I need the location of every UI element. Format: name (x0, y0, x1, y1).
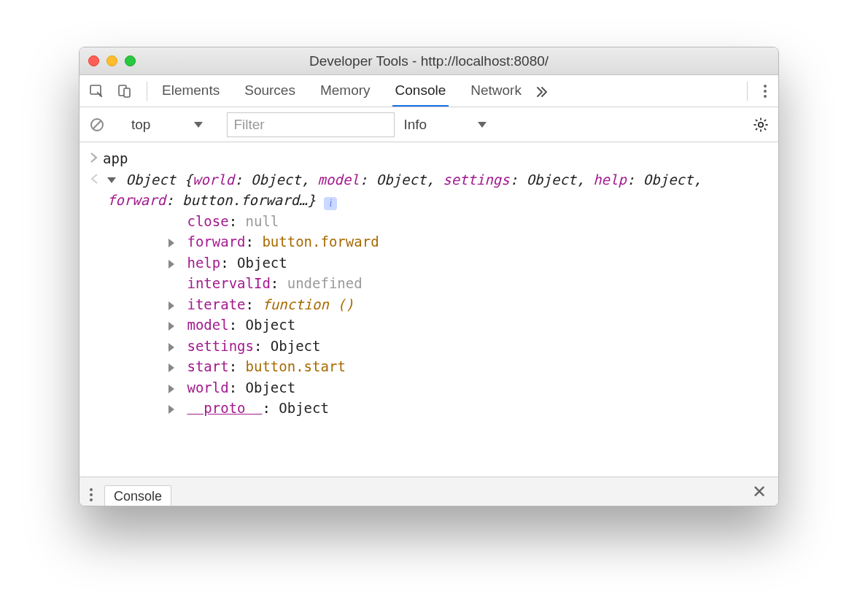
svg-line-10 (756, 120, 757, 121)
object-property: close: null (168, 211, 772, 232)
log-level-select[interactable]: Info (403, 117, 487, 133)
log-level-label: Info (403, 117, 427, 133)
expand-toggle-icon[interactable] (168, 398, 179, 419)
expand-toggle-icon[interactable] (168, 356, 179, 377)
object-summary-text: Object {world: Object, model: Object, se… (107, 171, 702, 209)
svg-line-12 (756, 128, 757, 129)
object-property[interactable]: proto : Object (168, 398, 772, 419)
object-property[interactable]: help: Object (168, 252, 772, 274)
titlebar: Developer Tools - http://localhost:8080/ (80, 47, 778, 75)
tab-network[interactable]: Network (468, 75, 524, 107)
window-title: Developer Tools - http://localhost:8080/ (80, 53, 778, 69)
traffic-lights (88, 55, 136, 66)
clear-console-icon[interactable] (87, 115, 107, 135)
separator (147, 82, 147, 101)
expand-toggle-icon[interactable] (168, 336, 179, 357)
object-property[interactable]: start: button.start (168, 356, 772, 377)
inspect-element-icon[interactable] (87, 81, 107, 101)
chevron-left-icon (90, 174, 98, 184)
svg-line-4 (93, 120, 101, 128)
console-toolbar: top Info (80, 107, 778, 142)
console-settings-icon[interactable] (751, 115, 771, 135)
more-tabs-icon[interactable] (532, 81, 552, 101)
object-property: intervalId: undefined (168, 273, 772, 294)
chevron-down-icon (194, 122, 203, 128)
expand-toggle-icon[interactable] (168, 294, 179, 315)
object-property[interactable]: iterate: function () (168, 294, 772, 315)
tabs-bar: ElementsSourcesMemoryConsoleNetwork (80, 75, 778, 107)
tab-console[interactable]: Console (392, 75, 449, 107)
svg-rect-2 (124, 88, 130, 97)
filter-input[interactable] (227, 112, 395, 137)
console-body: app Object {world: Object, model: Object… (80, 142, 778, 477)
zoom-window-button[interactable] (125, 55, 136, 66)
svg-line-11 (764, 128, 766, 129)
execution-context-label: top (131, 117, 150, 133)
expand-toggle-icon[interactable] (168, 315, 179, 336)
object-property[interactable]: forward: button.forward (168, 231, 772, 252)
object-property[interactable]: world: Object (168, 377, 772, 398)
object-property[interactable]: model: Object (168, 315, 772, 336)
tab-elements[interactable]: Elements (159, 75, 222, 107)
expand-toggle-icon[interactable] (168, 231, 179, 252)
svg-point-5 (759, 122, 763, 126)
panel-tabs: ElementsSourcesMemoryConsoleNetwork (159, 75, 524, 107)
chevron-down-icon (478, 122, 487, 128)
expand-toggle-icon[interactable] (168, 377, 179, 398)
devtools-window: Developer Tools - http://localhost:8080/… (79, 47, 779, 506)
expand-toggle-icon[interactable] (168, 252, 179, 274)
close-drawer-icon[interactable]: ✕ (748, 482, 771, 502)
console-input-text: app (103, 148, 128, 169)
kebab-menu-icon[interactable] (759, 80, 771, 102)
console-output-row: Object {world: Object, model: Object, se… (80, 169, 778, 419)
svg-line-13 (764, 120, 766, 121)
drawer-tab-console[interactable]: Console (104, 485, 171, 506)
separator (747, 82, 748, 101)
tab-sources[interactable]: Sources (241, 75, 298, 107)
object-summary[interactable]: Object {world: Object, model: Object, se… (107, 169, 772, 211)
drawer-bar: Console ✕ (80, 477, 778, 506)
object-property[interactable]: settings: Object (168, 336, 772, 357)
info-icon[interactable]: i (324, 197, 337, 210)
tab-memory[interactable]: Memory (317, 75, 373, 107)
svg-rect-0 (90, 85, 101, 94)
expand-toggle-icon[interactable] (107, 169, 117, 190)
object-properties: close: null forward: button.forward help… (107, 211, 772, 419)
drawer-menu-icon[interactable] (85, 484, 97, 506)
chevron-right-icon (90, 153, 98, 163)
close-window-button[interactable] (88, 55, 99, 66)
execution-context-select[interactable]: top (125, 115, 209, 135)
device-toolbar-icon[interactable] (115, 81, 135, 101)
minimize-window-button[interactable] (106, 55, 117, 66)
console-input-row[interactable]: app (80, 148, 778, 169)
